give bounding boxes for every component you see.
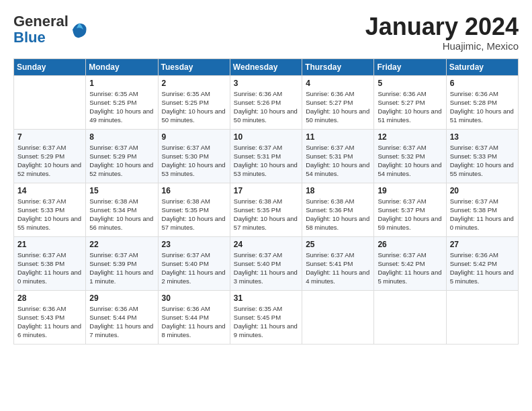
calendar-cell: 12Sunrise: 6:37 AMSunset: 5:32 PMDayligh… <box>374 129 446 183</box>
calendar-week-row: 21Sunrise: 6:37 AMSunset: 5:38 PMDayligh… <box>14 236 519 290</box>
day-number: 23 <box>162 240 226 249</box>
day-info: Sunrise: 6:37 AMSunset: 5:39 PMDaylight:… <box>89 250 154 286</box>
day-number: 25 <box>306 240 370 249</box>
calendar-week-row: 1Sunrise: 6:35 AMSunset: 5:25 PMDaylight… <box>14 75 519 129</box>
calendar-header-row: SundayMondayTuesdayWednesdayThursdayFrid… <box>14 58 519 75</box>
calendar-header-sunday: Sunday <box>14 58 86 75</box>
day-info: Sunrise: 6:36 AMSunset: 5:27 PMDaylight:… <box>378 89 442 125</box>
calendar-cell: 16Sunrise: 6:38 AMSunset: 5:35 PMDayligh… <box>158 183 230 236</box>
day-info: Sunrise: 6:38 AMSunset: 5:36 PMDaylight:… <box>306 197 370 232</box>
day-info: Sunrise: 6:37 AMSunset: 5:32 PMDaylight:… <box>378 143 442 179</box>
day-number: 2 <box>162 79 226 88</box>
day-number: 11 <box>306 132 370 142</box>
calendar-cell: 6Sunrise: 6:36 AMSunset: 5:28 PMDaylight… <box>446 75 518 129</box>
calendar-week-row: 14Sunrise: 6:37 AMSunset: 5:33 PMDayligh… <box>14 183 519 236</box>
calendar-cell: 11Sunrise: 6:37 AMSunset: 5:31 PMDayligh… <box>302 129 374 183</box>
day-number: 7 <box>17 132 82 142</box>
day-number: 26 <box>378 240 442 249</box>
day-info: Sunrise: 6:36 AMSunset: 5:26 PMDaylight:… <box>234 89 298 125</box>
day-info: Sunrise: 6:38 AMSunset: 5:35 PMDaylight:… <box>234 197 298 232</box>
location: Huajimic, Mexico <box>365 40 519 52</box>
day-info: Sunrise: 6:37 AMSunset: 5:40 PMDaylight:… <box>162 250 226 286</box>
day-info: Sunrise: 6:36 AMSunset: 5:44 PMDaylight:… <box>89 304 154 340</box>
logo-icon <box>70 20 89 39</box>
day-number: 17 <box>234 186 298 195</box>
day-info: Sunrise: 6:36 AMSunset: 5:28 PMDaylight:… <box>450 89 515 125</box>
calendar-cell <box>446 290 518 344</box>
calendar-cell: 28Sunrise: 6:36 AMSunset: 5:43 PMDayligh… <box>14 290 86 344</box>
day-number: 13 <box>450 132 515 142</box>
calendar-cell: 14Sunrise: 6:37 AMSunset: 5:33 PMDayligh… <box>14 183 86 236</box>
logo-blue-text: Blue <box>13 29 46 46</box>
calendar-header-thursday: Thursday <box>302 58 374 75</box>
calendar-cell: 26Sunrise: 6:37 AMSunset: 5:42 PMDayligh… <box>374 236 446 290</box>
calendar-cell: 5Sunrise: 6:36 AMSunset: 5:27 PMDaylight… <box>374 75 446 129</box>
day-info: Sunrise: 6:37 AMSunset: 5:41 PMDaylight:… <box>306 250 370 286</box>
day-info: Sunrise: 6:37 AMSunset: 5:33 PMDaylight:… <box>450 143 515 179</box>
day-number: 4 <box>306 79 370 88</box>
day-info: Sunrise: 6:37 AMSunset: 5:37 PMDaylight:… <box>378 197 442 232</box>
calendar-cell: 27Sunrise: 6:36 AMSunset: 5:42 PMDayligh… <box>446 236 518 290</box>
day-number: 21 <box>17 240 82 249</box>
calendar-cell: 30Sunrise: 6:36 AMSunset: 5:44 PMDayligh… <box>158 290 230 344</box>
day-number: 15 <box>89 186 154 195</box>
day-info: Sunrise: 6:35 AMSunset: 5:25 PMDaylight:… <box>162 89 226 125</box>
day-number: 16 <box>162 186 226 195</box>
calendar-cell <box>302 290 374 344</box>
calendar-cell: 4Sunrise: 6:36 AMSunset: 5:27 PMDaylight… <box>302 75 374 129</box>
day-info: Sunrise: 6:37 AMSunset: 5:29 PMDaylight:… <box>89 143 154 179</box>
day-info: Sunrise: 6:38 AMSunset: 5:35 PMDaylight:… <box>162 197 226 232</box>
day-number: 1 <box>89 79 154 88</box>
calendar-table: SundayMondayTuesdayWednesdayThursdayFrid… <box>13 58 519 345</box>
calendar-cell: 13Sunrise: 6:37 AMSunset: 5:33 PMDayligh… <box>446 129 518 183</box>
day-number: 18 <box>306 186 370 195</box>
calendar-cell: 17Sunrise: 6:38 AMSunset: 5:35 PMDayligh… <box>230 183 302 236</box>
calendar-cell: 29Sunrise: 6:36 AMSunset: 5:44 PMDayligh… <box>86 290 158 344</box>
day-number: 10 <box>234 132 298 142</box>
calendar-cell: 20Sunrise: 6:37 AMSunset: 5:38 PMDayligh… <box>446 183 518 236</box>
day-number: 28 <box>17 293 82 303</box>
day-number: 24 <box>234 240 298 249</box>
logo: General Blue <box>13 13 89 46</box>
month-title: January 2024 <box>365 13 519 40</box>
calendar-cell: 18Sunrise: 6:38 AMSunset: 5:36 PMDayligh… <box>302 183 374 236</box>
day-number: 27 <box>450 240 515 249</box>
calendar-cell: 15Sunrise: 6:38 AMSunset: 5:34 PMDayligh… <box>86 183 158 236</box>
calendar-cell: 23Sunrise: 6:37 AMSunset: 5:40 PMDayligh… <box>158 236 230 290</box>
calendar-cell: 8Sunrise: 6:37 AMSunset: 5:29 PMDaylight… <box>86 129 158 183</box>
day-info: Sunrise: 6:37 AMSunset: 5:31 PMDaylight:… <box>306 143 370 179</box>
calendar-header-monday: Monday <box>86 58 158 75</box>
day-info: Sunrise: 6:37 AMSunset: 5:42 PMDaylight:… <box>378 250 442 286</box>
calendar-cell: 22Sunrise: 6:37 AMSunset: 5:39 PMDayligh… <box>86 236 158 290</box>
calendar-header-saturday: Saturday <box>446 58 518 75</box>
day-info: Sunrise: 6:36 AMSunset: 5:42 PMDaylight:… <box>450 250 515 286</box>
calendar-cell: 21Sunrise: 6:37 AMSunset: 5:38 PMDayligh… <box>14 236 86 290</box>
day-number: 14 <box>17 186 82 195</box>
logo-general-text: General <box>13 13 69 30</box>
day-number: 8 <box>89 132 154 142</box>
calendar-cell: 7Sunrise: 6:37 AMSunset: 5:29 PMDaylight… <box>14 129 86 183</box>
calendar-cell: 24Sunrise: 6:37 AMSunset: 5:40 PMDayligh… <box>230 236 302 290</box>
day-info: Sunrise: 6:37 AMSunset: 5:40 PMDaylight:… <box>234 250 298 286</box>
calendar-cell: 1Sunrise: 6:35 AMSunset: 5:25 PMDaylight… <box>86 75 158 129</box>
day-number: 31 <box>234 293 298 303</box>
calendar-cell: 25Sunrise: 6:37 AMSunset: 5:41 PMDayligh… <box>302 236 374 290</box>
calendar-header-friday: Friday <box>374 58 446 75</box>
day-info: Sunrise: 6:37 AMSunset: 5:33 PMDaylight:… <box>17 197 82 232</box>
title-block: January 2024 Huajimic, Mexico <box>365 13 519 52</box>
day-number: 9 <box>162 132 226 142</box>
day-number: 29 <box>89 293 154 303</box>
calendar-header-wednesday: Wednesday <box>230 58 302 75</box>
calendar-cell: 9Sunrise: 6:37 AMSunset: 5:30 PMDaylight… <box>158 129 230 183</box>
calendar-header-tuesday: Tuesday <box>158 58 230 75</box>
calendar-cell <box>14 75 86 129</box>
day-info: Sunrise: 6:37 AMSunset: 5:30 PMDaylight:… <box>162 143 226 179</box>
day-number: 19 <box>378 186 442 195</box>
day-info: Sunrise: 6:37 AMSunset: 5:38 PMDaylight:… <box>450 197 515 232</box>
day-info: Sunrise: 6:36 AMSunset: 5:44 PMDaylight:… <box>162 304 226 340</box>
calendar-cell <box>374 290 446 344</box>
day-info: Sunrise: 6:37 AMSunset: 5:29 PMDaylight:… <box>17 143 82 179</box>
day-info: Sunrise: 6:38 AMSunset: 5:34 PMDaylight:… <box>89 197 154 232</box>
day-number: 30 <box>162 293 226 303</box>
day-number: 5 <box>378 79 442 88</box>
